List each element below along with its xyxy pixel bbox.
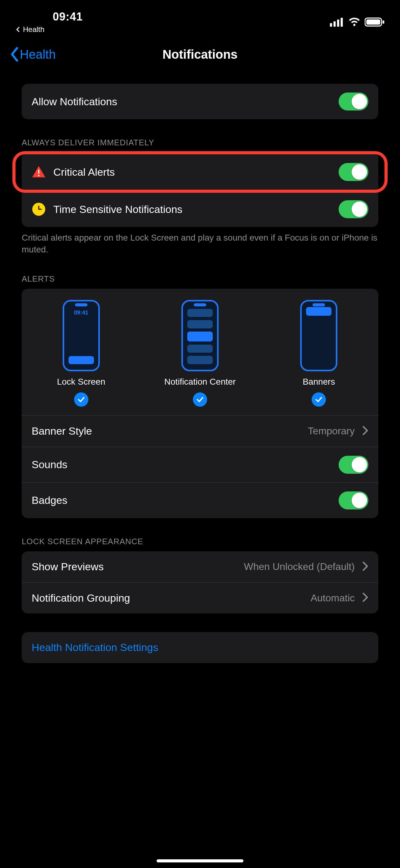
banner-style-label: Banner Style	[32, 425, 300, 437]
banner-style-row[interactable]: Banner Style Temporary	[22, 416, 378, 447]
breadcrumb-label: Health	[23, 25, 44, 34]
clock-icon	[32, 202, 46, 216]
svg-point-8	[38, 175, 40, 176]
svg-rect-0	[330, 23, 332, 27]
time-sensitive-row[interactable]: Time Sensitive Notifications	[22, 191, 378, 227]
battery-icon	[365, 18, 385, 27]
nav-back-button[interactable]: Health	[9, 47, 56, 61]
status-bar: 09:41 Health	[0, 0, 400, 37]
svg-rect-7	[38, 169, 39, 174]
notification-center-label: Notification Center	[164, 377, 236, 387]
chevron-right-icon	[362, 426, 368, 436]
svg-rect-6	[382, 21, 384, 24]
svg-rect-1	[334, 22, 336, 27]
sounds-label: Sounds	[32, 459, 331, 471]
chevron-right-icon	[362, 562, 368, 572]
banners-label: Banners	[303, 377, 335, 387]
banner-style-value: Temporary	[308, 425, 355, 437]
health-notification-settings-button[interactable]: Health Notification Settings	[22, 632, 378, 663]
wifi-icon	[348, 18, 361, 27]
home-indicator[interactable]	[157, 859, 243, 862]
chevron-right-icon	[362, 593, 368, 603]
page-title: Notifications	[163, 48, 237, 61]
critical-alerts-row[interactable]: Critical Alerts	[22, 154, 378, 190]
critical-alerts-highlight: Critical Alerts	[12, 151, 388, 193]
health-notification-settings-label: Health Notification Settings	[32, 641, 368, 653]
show-previews-label: Show Previews	[32, 561, 237, 573]
svg-rect-3	[341, 18, 343, 27]
notification-center-checkmark-icon	[193, 393, 207, 407]
alert-style-lockscreen[interactable]: 09:41 Lock Screen	[22, 300, 140, 407]
cellular-icon	[330, 18, 344, 27]
sounds-row[interactable]: Sounds	[22, 447, 378, 483]
banners-preview-icon	[300, 300, 337, 371]
badges-row[interactable]: Badges	[22, 483, 378, 518]
time-sensitive-toggle[interactable]	[339, 200, 368, 218]
breadcrumb-back-app[interactable]: Health	[15, 25, 44, 34]
status-time: 09:41	[53, 10, 83, 23]
alert-style-notification-center[interactable]: Notification Center	[141, 300, 259, 407]
back-arrow-icon	[15, 27, 21, 32]
svg-rect-5	[366, 19, 380, 25]
chevron-left-icon	[9, 47, 20, 61]
allow-notifications-label: Allow Notifications	[32, 96, 331, 108]
allow-notifications-row[interactable]: Allow Notifications	[22, 84, 378, 119]
nav-bar: Health Notifications	[0, 37, 400, 71]
lockscreen-checkmark-icon	[74, 393, 88, 407]
alert-triangle-icon	[32, 165, 46, 179]
ls-appearance-header: LOCK SCREEN APPEARANCE	[22, 537, 378, 551]
badges-label: Badges	[32, 494, 331, 506]
allow-notifications-toggle[interactable]	[339, 93, 368, 111]
alerts-section-header: ALERTS	[22, 274, 378, 289]
deliver-section-footer: Critical alerts appear on the Lock Scree…	[22, 227, 378, 255]
critical-alerts-label: Critical Alerts	[53, 166, 331, 178]
notification-center-preview-icon	[181, 300, 219, 371]
show-previews-row[interactable]: Show Previews When Unlocked (Default)	[22, 551, 378, 582]
notification-grouping-value: Automatic	[311, 592, 355, 604]
time-sensitive-label: Time Sensitive Notifications	[53, 203, 331, 215]
deliver-section-header: ALWAYS DELIVER IMMEDIATELY	[22, 138, 378, 152]
lockscreen-label: Lock Screen	[57, 377, 105, 387]
alert-style-banners[interactable]: Banners	[260, 300, 378, 407]
lockscreen-preview-icon: 09:41	[63, 300, 100, 371]
alert-style-selector: 09:41 Lock Screen Notification Center	[22, 289, 378, 416]
show-previews-value: When Unlocked (Default)	[244, 561, 355, 572]
critical-alerts-toggle[interactable]	[339, 163, 368, 181]
notification-grouping-row[interactable]: Notification Grouping Automatic	[22, 582, 378, 614]
svg-rect-2	[337, 20, 339, 27]
badges-toggle[interactable]	[339, 491, 368, 509]
nav-back-label: Health	[20, 48, 56, 61]
sounds-toggle[interactable]	[339, 456, 368, 474]
banners-checkmark-icon	[312, 393, 326, 407]
notification-grouping-label: Notification Grouping	[32, 592, 303, 604]
